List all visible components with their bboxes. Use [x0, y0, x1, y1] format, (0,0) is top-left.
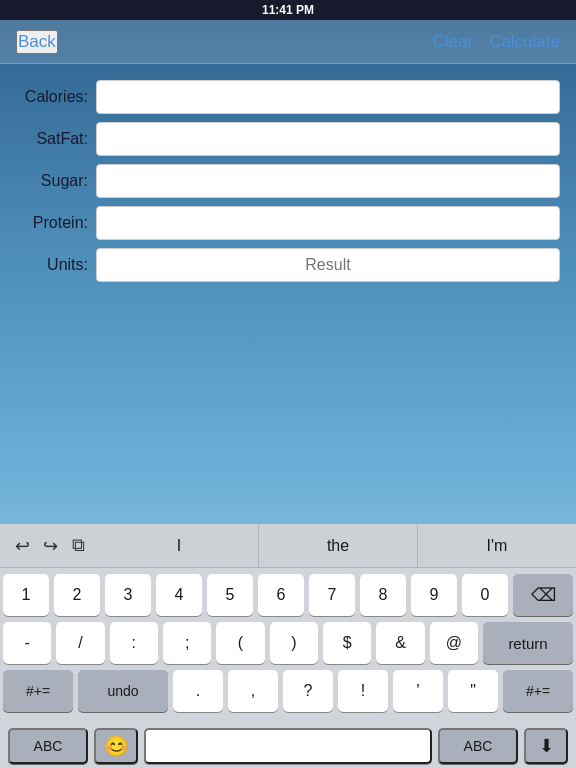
key-dash[interactable]: - — [3, 622, 51, 664]
undo-icon[interactable]: ↩ — [12, 532, 32, 560]
key-4[interactable]: 4 — [156, 574, 202, 616]
suggestion-1[interactable]: I — [100, 524, 259, 567]
units-label: Units: — [16, 256, 88, 274]
key-2[interactable]: 2 — [54, 574, 100, 616]
calculate-button[interactable]: Calculate — [489, 32, 560, 52]
key-apostrophe[interactable]: ' — [393, 670, 443, 712]
key-exclaim[interactable]: ! — [338, 670, 388, 712]
units-result-input[interactable] — [96, 248, 560, 282]
calories-row: Calories: — [0, 80, 576, 114]
key-row-extra: #+= undo . , ? ! ' " #+= — [3, 670, 573, 712]
key-rparen[interactable]: ) — [270, 622, 318, 664]
key-7[interactable]: 7 — [309, 574, 355, 616]
key-dollar[interactable]: $ — [323, 622, 371, 664]
key-slash[interactable]: / — [56, 622, 104, 664]
key-ampersand[interactable]: & — [376, 622, 424, 664]
space-key[interactable] — [144, 728, 432, 764]
sugar-input[interactable] — [96, 164, 560, 198]
sugar-row: Sugar: — [0, 164, 576, 198]
key-1[interactable]: 1 — [3, 574, 49, 616]
nav-actions: Clear Calculate — [433, 32, 561, 52]
nav-bar: Back Clear Calculate — [0, 20, 576, 64]
key-question[interactable]: ? — [283, 670, 333, 712]
protein-input[interactable] — [96, 206, 560, 240]
key-colon[interactable]: : — [110, 622, 158, 664]
protein-row: Protein: — [0, 206, 576, 240]
clear-button[interactable]: Clear — [433, 32, 474, 52]
key-hashtag-right[interactable]: #+= — [503, 670, 573, 712]
back-button[interactable]: Back — [16, 30, 58, 54]
redo-icon[interactable]: ↪ — [40, 532, 60, 560]
key-quote[interactable]: " — [448, 670, 498, 712]
form-area: Calories: SatFat: Sugar: Protein: Units: — [0, 64, 576, 282]
key-period[interactable]: . — [173, 670, 223, 712]
autocomplete-left-icons: ↩ ↪ ⧉ — [0, 524, 100, 567]
calories-label: Calories: — [16, 88, 88, 106]
suggestion-3[interactable]: I'm — [418, 524, 576, 567]
key-hashtag-left[interactable]: #+= — [3, 670, 73, 712]
suggestion-2[interactable]: the — [259, 524, 418, 567]
key-semicolon[interactable]: ; — [163, 622, 211, 664]
key-5[interactable]: 5 — [207, 574, 253, 616]
satfat-input[interactable] — [96, 122, 560, 156]
key-6[interactable]: 6 — [258, 574, 304, 616]
key-row-symbols: - / : ; ( ) $ & @ return — [3, 622, 573, 664]
key-0[interactable]: 0 — [462, 574, 508, 616]
abc-left-key[interactable]: ABC — [8, 728, 88, 764]
status-time: 11:41 PM — [262, 3, 314, 17]
keyboard-area: ↩ ↪ ⧉ I the I'm 1 2 3 4 5 6 7 8 9 0 ⌫ - … — [0, 524, 576, 768]
return-key[interactable]: return — [483, 622, 573, 664]
keyboard-dismiss-key[interactable]: ⬇ — [524, 728, 568, 764]
satfat-row: SatFat: — [0, 122, 576, 156]
bottom-bar: ABC 😊 ABC ⬇ — [0, 724, 576, 768]
satfat-label: SatFat: — [16, 130, 88, 148]
key-comma[interactable]: , — [228, 670, 278, 712]
key-lparen[interactable]: ( — [216, 622, 264, 664]
autocomplete-suggestions: I the I'm — [100, 524, 576, 567]
calories-input[interactable] — [96, 80, 560, 114]
keyboard-keys: 1 2 3 4 5 6 7 8 9 0 ⌫ - / : ; ( ) $ & @ … — [0, 568, 576, 724]
paste-icon[interactable]: ⧉ — [68, 532, 88, 560]
key-at[interactable]: @ — [430, 622, 478, 664]
units-row: Units: — [0, 248, 576, 282]
protein-label: Protein: — [16, 214, 88, 232]
emoji-key[interactable]: 😊 — [94, 728, 138, 764]
sugar-label: Sugar: — [16, 172, 88, 190]
abc-right-key[interactable]: ABC — [438, 728, 518, 764]
autocomplete-bar: ↩ ↪ ⧉ I the I'm — [0, 524, 576, 568]
key-row-numbers: 1 2 3 4 5 6 7 8 9 0 ⌫ — [3, 574, 573, 616]
key-undo[interactable]: undo — [78, 670, 168, 712]
status-bar: 11:41 PM — [0, 0, 576, 20]
key-3[interactable]: 3 — [105, 574, 151, 616]
key-9[interactable]: 9 — [411, 574, 457, 616]
delete-key[interactable]: ⌫ — [513, 574, 573, 616]
key-8[interactable]: 8 — [360, 574, 406, 616]
